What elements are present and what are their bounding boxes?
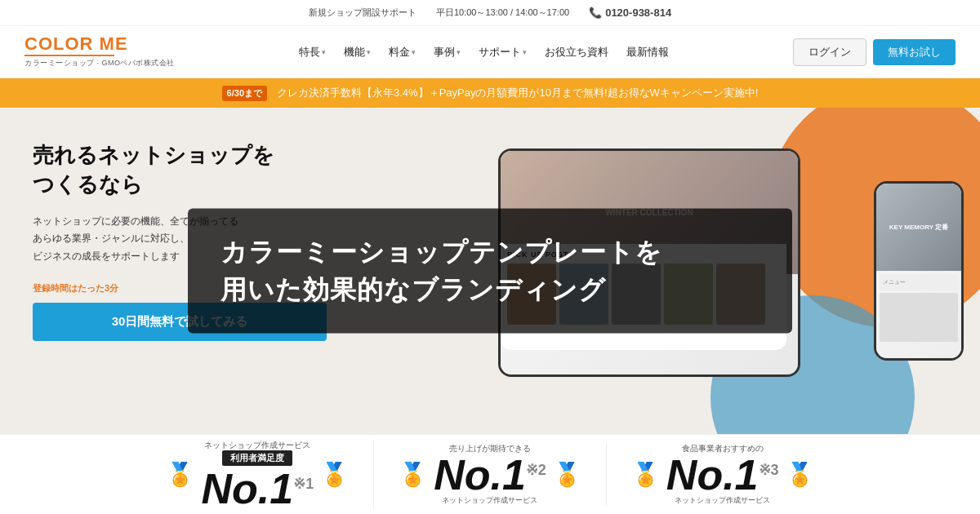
phone-screen: KEY MEMORY 定番 メニュー <box>876 184 961 358</box>
header-actions: ログイン 無料お試し <box>793 38 956 66</box>
nav-item-support[interactable]: サポート ▾ <box>470 40 535 64</box>
rank-item-1: 🏅 ネットショップ作成サービス 利用者満足度 No.1※1 🏅 <box>141 440 374 510</box>
campaign-badge: 6/30まで <box>222 86 267 101</box>
rank-no1-3: No.1※3 <box>666 454 779 496</box>
rank-row-1: No.1※1 <box>201 467 314 510</box>
laurel-left-icon: 🏅 <box>631 461 660 488</box>
laurel-right-icon: 🏅 <box>786 461 814 488</box>
nav-item-features[interactable]: 特長 ▾ <box>291 40 334 64</box>
laurel-left-icon: 🏅 <box>399 461 427 488</box>
ranking-bar: 🏅 ネットショップ作成サービス 利用者満足度 No.1※1 🏅 🏅 売り上げが期… <box>0 434 980 514</box>
logo-sub: カラーミーショップ · GMOペパボ株式会社 <box>24 58 175 69</box>
rank-inner-2: 売り上げが期待できる No.1※2 ネットショップ作成サービス <box>434 443 546 506</box>
chevron-down-icon: ▾ <box>367 48 371 56</box>
top-bar: 新規ショップ開設サポート 平日10:00～13:00 / 14:00～17:00… <box>0 0 980 26</box>
chevron-down-icon: ▾ <box>322 48 326 56</box>
hero-section: 売れるネットショップを つくるなら ネットショップに必要の機能、全てが揃ってる … <box>0 108 980 434</box>
rank-inner-1: ネットショップ作成サービス 利用者満足度 No.1※1 <box>201 440 314 510</box>
rank-row-2: No.1※2 <box>434 454 546 496</box>
chevron-down-icon: ▾ <box>412 48 416 56</box>
rank-no1-2: No.1※2 <box>434 454 546 496</box>
rank-label-bottom-3: ネットショップ作成サービス <box>675 496 770 506</box>
overlay-modal-text: カラーミーショップテンプレートを 用いた効果的なブランディング <box>220 233 760 309</box>
logo[interactable]: COLOR ME カラーミーショップ · GMOペパボ株式会社 <box>24 35 175 69</box>
rank-label-top-1: ネットショップ作成サービス <box>204 440 310 450</box>
phone-icon: 📞 <box>589 7 602 19</box>
support-hours: 平日10:00～13:00 / 14:00～17:00 <box>436 7 569 19</box>
logo-line <box>24 55 114 56</box>
rank-row-3: No.1※3 <box>666 454 779 496</box>
support-label: 新規ショップ開設サポート <box>309 7 416 19</box>
rank-highlight-1: 利用者満足度 <box>222 450 292 466</box>
nav-item-news[interactable]: 最新情報 <box>618 40 677 64</box>
campaign-text: クレカ決済手数料【永年3.4%】＋PayPayの月額費用が10月まで無料!超お得… <box>277 86 758 100</box>
nav-item-cases[interactable]: 事例 ▾ <box>425 40 469 64</box>
overlay-modal: カラーミーショップテンプレートを 用いた効果的なブランディング <box>188 209 792 334</box>
laurel-left-icon: 🏅 <box>166 461 194 488</box>
laurel-right-icon: 🏅 <box>320 461 349 488</box>
logo-brand: COLOR ME <box>24 35 175 53</box>
rank-inner-3: 食品事業者おすすめの No.1※3 ネットショップ作成サービス <box>666 443 779 506</box>
header: COLOR ME カラーミーショップ · GMOペパボ株式会社 特長 ▾ 機能 … <box>0 26 980 78</box>
phone-device: KEY MEMORY 定番 メニュー <box>874 181 964 361</box>
main-nav: 特長 ▾ 機能 ▾ 料金 ▾ 事例 ▾ サポート ▾ お役立ち資料 最新情報 <box>191 40 777 64</box>
nav-item-functions[interactable]: 機能 ▾ <box>336 40 379 64</box>
nav-item-resources[interactable]: お役立ち資料 <box>537 40 617 64</box>
chevron-down-icon: ▾ <box>457 48 461 56</box>
hero-title: 売れるネットショップを つくるなら <box>33 140 425 200</box>
login-button[interactable]: ログイン <box>793 38 866 66</box>
phone-number: 📞 0120-938-814 <box>589 7 671 19</box>
chevron-down-icon: ▾ <box>523 48 527 56</box>
laurel-right-icon: 🏅 <box>553 461 581 488</box>
rank-no1-1: No.1※1 <box>201 467 314 510</box>
rank-label-bottom-2: ネットショップ作成サービス <box>442 496 537 506</box>
rank-item-3: 🏅 食品事業者おすすめの No.1※3 ネットショップ作成サービス 🏅 <box>607 443 839 506</box>
campaign-bar: 6/30まで クレカ決済手数料【永年3.4%】＋PayPayの月額費用が10月ま… <box>0 78 980 108</box>
nav-item-pricing[interactable]: 料金 ▾ <box>381 40 424 64</box>
rank-item-2: 🏅 売り上げが期待できる No.1※2 ネットショップ作成サービス 🏅 <box>374 443 607 506</box>
trial-button[interactable]: 無料お試し <box>873 39 956 65</box>
